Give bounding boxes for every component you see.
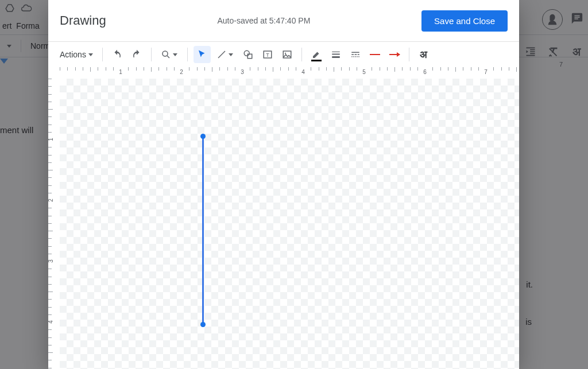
svg-rect-10 [332, 52, 340, 52]
drawn-line-shape[interactable] [202, 136, 204, 324]
ruler-num: 4 [48, 320, 54, 324]
image-tool[interactable] [278, 46, 296, 63]
select-tool[interactable] [194, 46, 211, 63]
svg-rect-14 [351, 54, 354, 55]
svg-point-9 [285, 53, 286, 54]
save-and-close-button[interactable]: Save and Close [421, 10, 508, 32]
line-start-button[interactable] [366, 46, 384, 63]
ruler-num: 5 [362, 69, 366, 75]
line-color-button[interactable] [308, 46, 325, 63]
undo-button[interactable] [109, 46, 126, 63]
ruler-num: 2 [48, 199, 54, 202]
svg-text:T: T [266, 52, 269, 58]
drawing-canvas[interactable] [60, 79, 519, 369]
line-weight-button[interactable] [327, 46, 345, 63]
line-dash-button[interactable] [347, 46, 364, 63]
line-end-button[interactable] [386, 46, 403, 63]
svg-line-3 [218, 51, 225, 58]
hindi-input-button[interactable]: अ [415, 46, 432, 63]
autosave-status: Auto-saved at 5:47:40 PM [106, 16, 421, 25]
svg-rect-16 [358, 54, 359, 55]
svg-point-4 [244, 51, 249, 56]
ruler-num: 1 [119, 69, 122, 75]
line-handle-top[interactable] [200, 134, 206, 139]
actions-menu[interactable]: Actions [56, 46, 96, 63]
svg-rect-5 [247, 54, 252, 59]
svg-rect-18 [353, 56, 354, 57]
modal-title: Drawing [60, 13, 106, 28]
svg-rect-15 [354, 54, 357, 55]
canvas-area: 1 2 3 4 5 6 7 1 2 3 4 [48, 67, 519, 369]
ruler-num: 4 [301, 69, 305, 75]
svg-rect-19 [355, 56, 356, 57]
svg-rect-11 [332, 54, 340, 55]
svg-rect-17 [351, 56, 353, 57]
ruler-num: 3 [241, 69, 244, 75]
shape-tool[interactable] [239, 46, 257, 63]
textbox-tool[interactable]: T [259, 46, 276, 63]
svg-line-2 [168, 56, 170, 58]
modal-header: Drawing Auto-saved at 5:47:40 PM Save an… [48, 0, 519, 41]
line-tool[interactable] [213, 46, 237, 63]
ruler-num: 2 [180, 69, 183, 75]
zoom-button[interactable] [157, 46, 181, 63]
ruler-num: 1 [48, 138, 54, 141]
redo-button[interactable] [128, 46, 145, 63]
svg-point-1 [163, 51, 168, 56]
drawing-toolbar: Actions T [48, 42, 519, 67]
ruler-num: 7 [484, 69, 488, 75]
horizontal-ruler[interactable]: 1 2 3 4 5 6 7 [60, 67, 519, 79]
line-handle-bottom[interactable] [200, 322, 206, 327]
vertical-ruler[interactable]: 1 2 3 4 [48, 79, 60, 369]
svg-rect-21 [358, 56, 359, 57]
drawing-modal: Drawing Auto-saved at 5:47:40 PM Save an… [48, 0, 519, 369]
svg-rect-13 [351, 52, 359, 53]
svg-rect-20 [357, 56, 358, 57]
ruler-num: 6 [423, 69, 427, 75]
ruler-num: 3 [48, 259, 54, 263]
svg-rect-12 [332, 56, 340, 58]
